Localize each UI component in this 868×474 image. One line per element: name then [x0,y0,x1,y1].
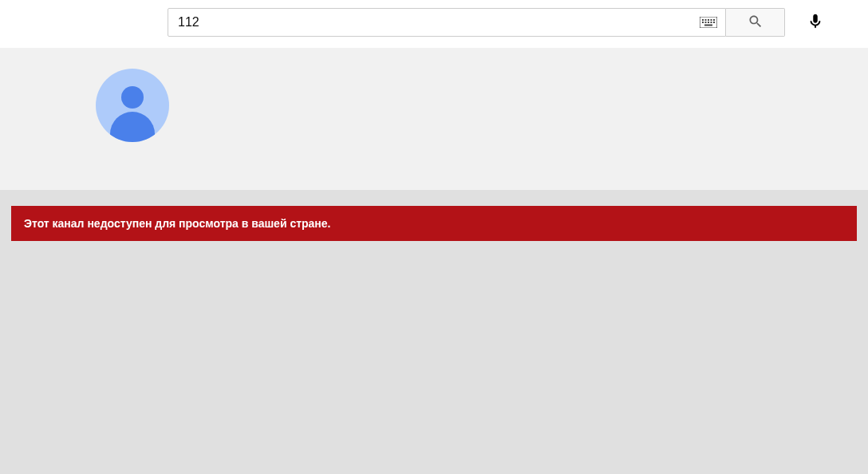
svg-rect-6 [702,22,704,23]
search-button[interactable] [726,8,785,37]
svg-rect-2 [705,19,707,21]
svg-rect-7 [705,22,707,23]
svg-rect-4 [711,19,712,21]
search-input-wrapper [168,8,726,37]
svg-rect-5 [713,19,715,21]
svg-rect-10 [713,22,715,23]
svg-rect-9 [711,22,712,23]
search-container [168,6,831,38]
channel-banner [0,48,868,190]
header [0,0,868,48]
svg-rect-11 [704,25,712,26]
svg-rect-3 [708,19,709,21]
alert-banner: Этот канал недоступен для просмотра в ва… [11,206,857,241]
alert-message: Этот канал недоступен для просмотра в ва… [24,217,331,230]
voice-search-button[interactable] [799,6,831,38]
search-icon [748,14,763,32]
keyboard-icon[interactable] [700,16,717,29]
svg-rect-1 [702,19,704,21]
content-section: Этот канал недоступен для просмотра в ва… [0,190,868,474]
search-input[interactable] [168,9,725,36]
avatar-body [110,112,155,142]
avatar-head [121,86,144,109]
svg-rect-8 [708,22,709,23]
microphone-icon [807,13,824,33]
channel-avatar [96,69,169,142]
